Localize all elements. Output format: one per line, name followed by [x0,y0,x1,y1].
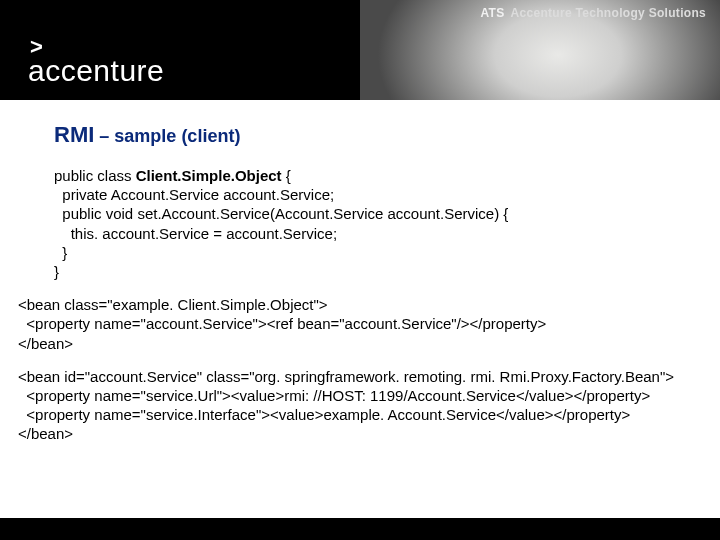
xml-line: <property name="service.Interface"><valu… [18,406,630,423]
code-line: private Account.Service account.Service; [54,186,334,203]
xml-line: <property name="account.Service"><ref be… [18,315,546,332]
ats-abbr: ATS [481,6,505,20]
xml-line: <bean class="example. Client.Simple.Obje… [18,296,328,313]
xml-line: <bean id="account.Service" class="org. s… [18,368,674,385]
code-classname: Client.Simple.Object [136,167,282,184]
xml-line: </bean> [18,425,73,442]
ats-text: Accenture Technology Solutions [511,6,706,20]
code-line: { [282,167,291,184]
slide-title: RMI – sample (client) [54,122,720,148]
title-strong: RMI [54,122,94,147]
code-line: public void set.Account.Service(Account.… [54,205,508,222]
xml-bean-service: <bean id="account.Service" class="org. s… [18,367,702,444]
code-line: } [54,263,59,280]
code-line: this. account.Service = account.Service; [54,225,337,242]
slide-header: ATSAccenture Technology Solutions > acce… [0,0,720,100]
code-line: public class [54,167,136,184]
code-line: } [54,244,67,261]
slide-footer-bar [0,518,720,540]
logo-wordmark: accenture [28,56,164,86]
xml-line: </bean> [18,335,73,352]
ats-badge: ATSAccenture Technology Solutions [481,6,706,20]
xml-bean-client: <bean class="example. Client.Simple.Obje… [18,295,702,353]
xml-line: <property name="service.Url"><value>rmi:… [18,387,650,404]
java-code-block: public class Client.Simple.Object { priv… [54,166,702,281]
accenture-logo: > accenture [28,36,164,86]
title-rest: – sample (client) [94,126,240,146]
